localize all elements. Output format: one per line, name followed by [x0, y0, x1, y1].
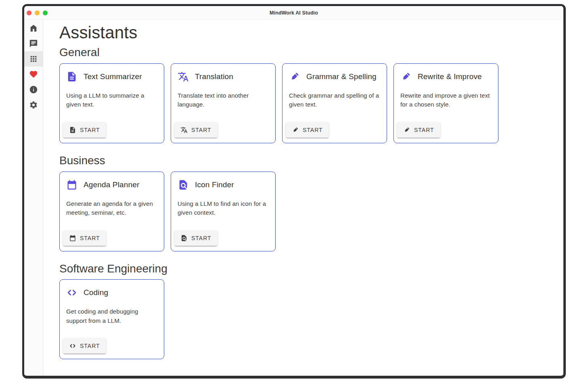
start-button[interactable]: START: [63, 122, 106, 138]
start-button[interactable]: START: [286, 122, 329, 138]
card-header: Agenda Planner: [60, 172, 164, 190]
assistant-card[interactable]: Agenda Planner Generate an agenda for a …: [59, 172, 164, 251]
sidebar-item-assistants[interactable]: [24, 51, 43, 67]
translate-icon: [178, 71, 189, 82]
document-icon: [66, 71, 77, 82]
card-title: Icon Finder: [195, 180, 234, 189]
card-description: Generate an agenda for a given meeting, …: [60, 190, 164, 227]
gear-icon: [29, 100, 38, 109]
start-button-label: START: [303, 127, 323, 133]
assistant-card[interactable]: Translation Translate text into another …: [171, 63, 276, 143]
card-title: Text Summarizer: [84, 72, 142, 81]
card-title: Coding: [84, 288, 108, 297]
start-button[interactable]: START: [174, 230, 218, 246]
card-header: Grammar & Spelling: [282, 64, 387, 82]
card-description: Rewrite and improve a given text for a c…: [394, 82, 498, 119]
app-window: MindWork AI Studio Assistants General Te…: [22, 4, 566, 379]
card-actions: START: [60, 227, 164, 251]
card-actions: START: [282, 119, 387, 143]
main-content: Assistants General Text Summarizer Using…: [43, 20, 563, 376]
card-header: Rewrite & Improve: [394, 64, 498, 82]
zoom-button[interactable]: [43, 10, 48, 15]
chat-icon: [29, 39, 38, 48]
apps-grid-icon: [29, 54, 38, 63]
translate-icon: [180, 126, 188, 134]
sidebar-item-settings[interactable]: [24, 97, 43, 113]
assistant-section: Software Engineering Coding Get coding a…: [59, 262, 554, 360]
traffic-lights: [24, 10, 48, 15]
card-header: Icon Finder: [171, 172, 275, 190]
pencil-icon: [403, 126, 410, 134]
pencil-icon: [400, 71, 412, 82]
card-actions: START: [394, 119, 498, 143]
start-button-label: START: [191, 127, 211, 133]
card-header: Text Summarizer: [60, 64, 164, 82]
start-button[interactable]: START: [174, 122, 218, 138]
assistant-card[interactable]: Coding Get coding and debugging support …: [59, 279, 164, 359]
pencil-icon: [289, 71, 300, 82]
icon-search-icon: [178, 179, 189, 190]
card-description: Using a LLM to summarize a given text.: [60, 82, 164, 119]
card-actions: START: [60, 335, 164, 359]
card-row: Agenda Planner Generate an agenda for a …: [59, 172, 554, 251]
code-icon: [69, 342, 76, 350]
assistant-section: Business Agenda Planner Generate an agen…: [59, 154, 554, 251]
sidebar-item-about[interactable]: [24, 82, 43, 97]
calendar-icon: [69, 234, 76, 242]
card-description: Get coding and debugging support from a …: [60, 298, 164, 335]
home-icon: [29, 24, 38, 33]
start-button[interactable]: START: [63, 338, 106, 354]
card-row: Text Summarizer Using a LLM to summarize…: [59, 63, 554, 143]
section-title: General: [59, 46, 554, 59]
start-button-label: START: [80, 127, 100, 133]
icon-search-icon: [180, 234, 188, 242]
sidebar: [24, 20, 43, 376]
pencil-icon: [292, 126, 299, 134]
section-title: Business: [59, 154, 554, 167]
card-title: Agenda Planner: [84, 180, 139, 189]
card-actions: START: [171, 227, 275, 251]
card-title: Grammar & Spelling: [306, 72, 377, 81]
card-description: Using a LLM to find an icon for a given …: [171, 190, 275, 227]
card-header: Translation: [171, 64, 275, 82]
sidebar-item-home[interactable]: [24, 21, 43, 36]
close-button[interactable]: [27, 10, 31, 15]
assistant-section: General Text Summarizer Using a LLM to s…: [59, 46, 554, 143]
start-button-label: START: [191, 235, 211, 241]
card-description: Translate text into another language.: [171, 82, 275, 119]
start-button[interactable]: START: [63, 230, 106, 246]
page-title: Assistants: [59, 23, 554, 43]
card-title: Rewrite & Improve: [418, 72, 482, 81]
calendar-icon: [66, 179, 77, 190]
card-description: Check grammar and spelling of a given te…: [282, 82, 387, 119]
card-actions: START: [171, 119, 275, 143]
start-button-label: START: [414, 127, 434, 133]
info-icon: [29, 85, 38, 94]
window-title: MindWork AI Studio: [24, 10, 563, 16]
assistant-card[interactable]: Rewrite & Improve Rewrite and improve a …: [393, 63, 498, 143]
code-icon: [66, 287, 77, 298]
assistant-card[interactable]: Text Summarizer Using a LLM to summarize…: [59, 63, 164, 143]
start-button-label: START: [80, 235, 100, 241]
start-button-label: START: [80, 343, 100, 349]
card-row: Coding Get coding and debugging support …: [59, 279, 554, 359]
assistant-card[interactable]: Grammar & Spelling Check grammar and spe…: [282, 63, 387, 143]
card-actions: START: [60, 119, 164, 143]
sidebar-item-chats[interactable]: [24, 36, 43, 51]
document-icon: [69, 126, 76, 134]
card-header: Coding: [60, 280, 164, 298]
sidebar-item-supporters[interactable]: [24, 67, 43, 82]
card-title: Translation: [195, 72, 233, 81]
start-button[interactable]: START: [397, 122, 440, 138]
minimize-button[interactable]: [35, 10, 40, 15]
assistant-card[interactable]: Icon Finder Using a LLM to find an icon …: [171, 172, 276, 251]
section-title: Software Engineering: [59, 262, 554, 276]
title-bar: MindWork AI Studio: [24, 6, 563, 20]
heart-icon: [29, 70, 38, 79]
